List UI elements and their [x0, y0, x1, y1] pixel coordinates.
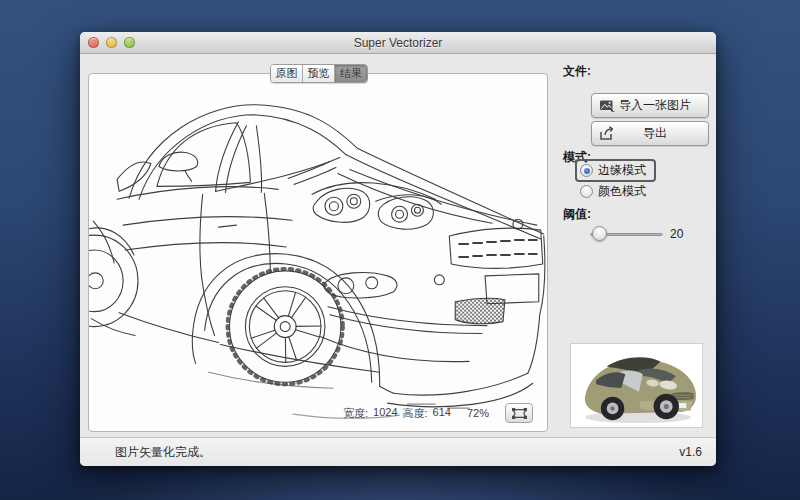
view-tabs: 原图 预览 结果	[270, 64, 368, 83]
window-title: Super Vectorizer	[354, 36, 443, 50]
minimize-button[interactable]	[106, 37, 117, 48]
photo-import-icon	[599, 99, 617, 113]
export-arrow-icon	[599, 126, 617, 141]
status-bar: 图片矢量化完成。 v1.6	[80, 437, 716, 466]
close-button[interactable]	[88, 37, 99, 48]
mode-color-label: 颜色模式	[598, 183, 646, 200]
mode-option-color[interactable]: 颜色模式	[580, 183, 646, 200]
import-image-button[interactable]: 导入一张图片	[591, 93, 709, 118]
fit-to-window-icon	[511, 407, 528, 420]
height-label: 高度:	[403, 406, 428, 421]
mode-edge-label: 边缘模式	[598, 162, 646, 179]
vectorized-car-image	[89, 74, 547, 431]
file-section-label: 文件:	[563, 63, 591, 80]
app-window: Super Vectorizer	[80, 32, 716, 466]
title-bar[interactable]: Super Vectorizer	[80, 32, 716, 54]
threshold-value: 20	[670, 227, 683, 241]
threshold-section-label: 阈值:	[563, 206, 591, 223]
tab-result[interactable]: 结果	[335, 65, 367, 82]
image-info-row: 宽度: 1024 高度: 614 72%	[343, 403, 533, 423]
zoom-percent: 72%	[467, 407, 489, 419]
height-value: 614	[433, 406, 451, 421]
width-value: 1024	[373, 406, 397, 421]
status-message: 图片矢量化完成。	[115, 444, 211, 461]
mode-option-edge-focus-ring: 边缘模式	[575, 159, 656, 182]
tab-preview[interactable]: 预览	[303, 65, 335, 82]
tab-original[interactable]: 原图	[271, 65, 303, 82]
threshold-slider: 20	[590, 226, 700, 242]
radio-selected-icon[interactable]	[580, 164, 593, 177]
width-label: 宽度:	[343, 406, 368, 421]
export-button[interactable]: 导出	[591, 121, 709, 146]
result-canvas: 宽度: 1024 高度: 614 72%	[88, 73, 548, 432]
mode-option-edge[interactable]: 边缘模式	[580, 162, 646, 179]
radio-unselected-icon[interactable]	[580, 185, 593, 198]
zoom-button[interactable]	[124, 37, 135, 48]
threshold-slider-thumb[interactable]	[592, 226, 607, 241]
app-version: v1.6	[679, 445, 702, 459]
fit-to-window-button[interactable]	[505, 403, 533, 423]
image-dimensions: 宽度: 1024 高度: 614	[343, 406, 451, 421]
original-image-thumbnail	[570, 343, 703, 428]
original-car-photo	[571, 344, 702, 427]
